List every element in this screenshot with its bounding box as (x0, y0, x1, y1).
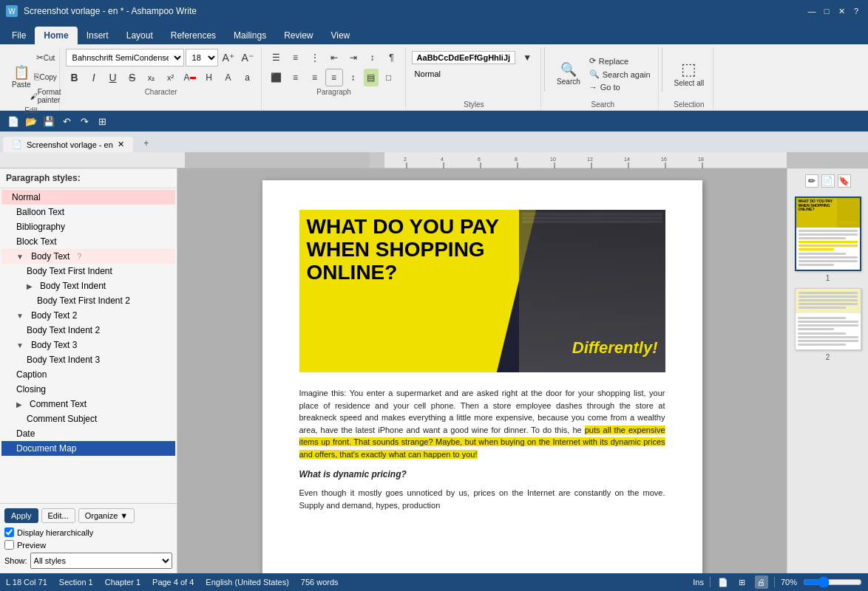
list-unordered-btn[interactable]: ☰ (268, 49, 285, 66)
style-row-closing[interactable]: Closing (1, 382, 175, 397)
search-btn[interactable]: 🔍 Search (552, 60, 585, 89)
thumb-btn-1[interactable]: ✏ (805, 174, 818, 188)
search-again-btn[interactable]: 🔍 Search again (586, 68, 654, 81)
list-multilevel-btn[interactable]: ⋮ (306, 49, 324, 66)
styles-list[interactable]: Normal Balloon Text Bibliography Block T… (0, 188, 177, 503)
style-row-body-text-indent-3[interactable]: Body Text Indent 3 (1, 352, 175, 367)
tab-home[interactable]: Home (35, 27, 77, 44)
close-btn[interactable]: ✕ (835, 5, 847, 17)
format-painter-btn[interactable]: 🖌 Format painter (37, 87, 55, 105)
style-row-normal[interactable]: Normal (1, 190, 175, 205)
tab-file[interactable]: File (3, 27, 35, 44)
style-row-block-text[interactable]: Block Text (1, 234, 175, 249)
tab-insert[interactable]: Insert (78, 27, 118, 44)
goto-btn[interactable]: → Go to (586, 81, 654, 93)
align-center-btn[interactable]: ≡ (287, 69, 305, 86)
sort-btn[interactable]: ↕ (364, 49, 382, 66)
style-row-comment-subject[interactable]: Comment Subject (1, 411, 175, 426)
thumb-btn-3[interactable]: 🔖 (838, 174, 851, 188)
view-layout-btn[interactable]: ⊞ (736, 575, 749, 589)
page-thumb-2[interactable] (795, 288, 861, 350)
tab-view[interactable]: View (322, 27, 359, 44)
view-normal-btn[interactable]: 📄 (716, 575, 730, 589)
qa-redo-btn[interactable]: ↷ (77, 114, 92, 129)
tab-review[interactable]: Review (275, 27, 322, 44)
font-size-selector[interactable]: 18 (186, 49, 218, 66)
view-print-btn[interactable]: 🖨 (755, 575, 768, 589)
preview-checkbox[interactable]: Preview (4, 540, 172, 550)
bold-btn[interactable]: B (66, 69, 84, 86)
tab-references[interactable]: References (162, 27, 225, 44)
zoom-slider[interactable] (803, 578, 862, 587)
document-area[interactable]: WHAT DO YOU PAY WHEN SHOPPING ONLINE? Di… (177, 168, 787, 573)
superscript-btn[interactable]: x² (162, 69, 180, 86)
copy-btn[interactable]: ⎘ Copy (37, 68, 55, 86)
strikethrough-btn[interactable]: S (123, 69, 141, 86)
indent-decrease-btn[interactable]: ⇤ (325, 49, 343, 66)
style-row-comment-text[interactable]: ▶ Comment Text (1, 397, 175, 411)
select-all-btn[interactable]: ⬚ Select all (670, 58, 709, 90)
font-grow-btn[interactable]: A⁺ (220, 49, 237, 66)
subscript-btn[interactable]: x₂ (143, 69, 160, 86)
doc-tab-close[interactable]: ✕ (118, 140, 124, 149)
maximize-btn[interactable]: □ (821, 5, 833, 17)
style-row-bibliography[interactable]: Bibliography (1, 219, 175, 234)
cut-btn[interactable]: ✂ Cut (37, 49, 55, 66)
edit-btn[interactable]: Edit... (41, 508, 75, 523)
underline-btn[interactable]: U (104, 69, 122, 86)
style-row-caption[interactable]: Caption (1, 367, 175, 382)
qa-undo-btn[interactable]: ↶ (59, 114, 74, 129)
list-ordered-btn[interactable]: ≡ (287, 49, 305, 66)
doc-tab-main[interactable]: 📄 Screenshot vorlage - en ✕ (3, 137, 133, 152)
thumb-subtitle-1: Differently! (838, 220, 858, 225)
align-right-btn[interactable]: ≡ (306, 69, 324, 86)
organize-btn[interactable]: Organize ▼ (78, 508, 135, 523)
paste-label: Paste (12, 81, 31, 89)
new-tab-btn[interactable]: + (138, 134, 155, 152)
expand-icon: ▼ (16, 312, 24, 320)
thumb-line (798, 336, 858, 338)
help-btn[interactable]: ? (850, 5, 862, 17)
style-row-body-text-3[interactable]: ▼ Body Text 3 (1, 338, 175, 352)
style-row-body-text-first-indent[interactable]: Body Text First Indent (1, 264, 175, 279)
preview-input[interactable] (4, 540, 14, 550)
qa-open-btn[interactable]: 📂 (24, 114, 38, 129)
paste-btn[interactable]: 📋 Paste (7, 63, 35, 92)
lowercase-btn[interactable]: a (239, 69, 257, 86)
shading-btn[interactable]: ▤ (364, 69, 379, 86)
minimize-btn[interactable]: — (806, 5, 818, 17)
style-row-body-text-2[interactable]: ▼ Body Text 2 (1, 308, 175, 323)
qa-customize-btn[interactable]: ⊞ (95, 114, 109, 129)
page-thumb-1[interactable]: WHAT DO YOU PAYWHEN SHOPPINGONLINE? Diff… (795, 197, 861, 271)
indent-increase-btn[interactable]: ⇥ (345, 49, 362, 66)
qa-new-btn[interactable]: 📄 (6, 114, 21, 129)
tab-layout[interactable]: Layout (118, 27, 162, 44)
font-color-btn[interactable]: A (181, 69, 199, 86)
style-row-body-text-indent[interactable]: ▶ Body Text Indent (1, 279, 175, 293)
hierarchically-input[interactable] (4, 527, 14, 537)
replace-btn[interactable]: ⟳ Replace (586, 55, 654, 67)
style-row-body-text-first-indent-2[interactable]: Body Text First Indent 2 (1, 293, 175, 308)
style-row-body-text-indent-2[interactable]: Body Text Indent 2 (1, 323, 175, 338)
show-select[interactable]: All styles (30, 553, 172, 569)
style-row-balloon-text[interactable]: Balloon Text (1, 205, 175, 219)
font-shrink-btn[interactable]: A⁻ (239, 49, 257, 66)
thumb-btn-2[interactable]: 📄 (821, 174, 835, 188)
line-spacing-btn[interactable]: ↕ (345, 69, 362, 86)
tab-mailings[interactable]: Mailings (225, 27, 275, 44)
hierarchically-checkbox[interactable]: Display hierarchically (4, 527, 172, 537)
style-row-date[interactable]: Date (1, 426, 175, 441)
border-btn[interactable]: □ (380, 69, 398, 86)
apply-btn[interactable]: Apply (4, 508, 38, 523)
styles-dropdown-btn[interactable]: ▼ (518, 49, 536, 66)
font-selector[interactable]: Bahnschrift SemiCondensed (66, 49, 184, 66)
style-row-body-text[interactable]: ▼ Body Text ? (1, 249, 175, 264)
qa-save-btn[interactable]: 💾 (41, 114, 56, 129)
highlight-btn[interactable]: H (200, 69, 218, 86)
uppercase-btn[interactable]: A (220, 69, 237, 86)
style-row-document-map[interactable]: Document Map (1, 441, 175, 456)
show-marks-btn[interactable]: ¶ (383, 49, 401, 66)
italic-btn[interactable]: I (85, 69, 103, 86)
align-left-btn[interactable]: ⬛ (268, 69, 285, 86)
justify-btn[interactable]: ≡ (325, 69, 343, 86)
